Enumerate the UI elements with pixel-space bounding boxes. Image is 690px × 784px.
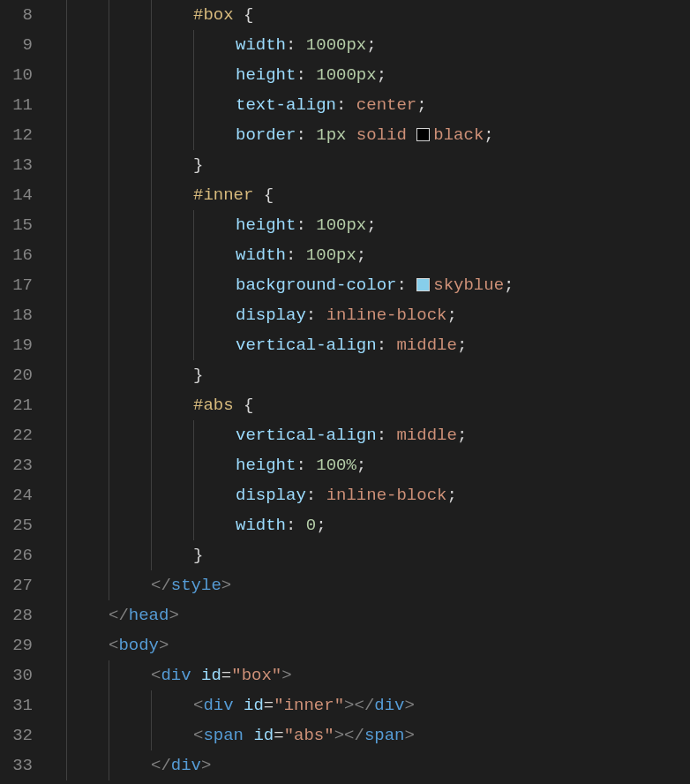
code-content[interactable]: #box {	[66, 0, 690, 30]
indent-guide	[109, 30, 119, 60]
code-line[interactable]: 18display: inline-block;	[0, 300, 690, 330]
code-content[interactable]: </style>	[66, 570, 690, 600]
indent-guide	[66, 390, 77, 420]
token: </	[151, 576, 171, 595]
indent-guide	[193, 330, 204, 360]
indent-guide	[193, 30, 204, 60]
code-content[interactable]: </head>	[66, 600, 690, 630]
color-swatch[interactable]	[416, 278, 430, 291]
token: inline-block	[326, 305, 447, 325]
code-line[interactable]: 31<div id="inner"></div>	[0, 690, 690, 720]
indent-guide	[193, 480, 204, 510]
indent-guide	[109, 360, 119, 390]
code-content[interactable]: width: 0;	[66, 510, 690, 540]
code-editor[interactable]: 8#box {9width: 1000px;10height: 1000px;1…	[0, 0, 690, 784]
code-line[interactable]: 20}	[0, 360, 690, 390]
code-content[interactable]: height: 1000px;	[66, 60, 690, 90]
token: height	[236, 65, 296, 85]
code-line[interactable]: 26}	[0, 540, 690, 570]
indent-guide	[66, 330, 77, 360]
code-content[interactable]: height: 100px;	[66, 210, 690, 240]
indent-guide	[66, 450, 77, 480]
code-content[interactable]: <div id="box">	[66, 660, 690, 690]
code-content[interactable]: display: inline-block;	[66, 300, 690, 330]
token: </	[109, 606, 129, 625]
indent-guide	[109, 300, 119, 330]
indent-guide	[193, 450, 204, 480]
code-content[interactable]: }	[66, 150, 690, 180]
code-content[interactable]: vertical-align: middle;	[66, 330, 690, 360]
code-line[interactable]: 28</head>	[0, 600, 690, 630]
code-line[interactable]: 22vertical-align: middle;	[0, 420, 690, 450]
indent-guide	[66, 60, 77, 90]
code-content[interactable]: }	[66, 360, 690, 390]
token	[191, 666, 201, 685]
indent-guide	[66, 30, 77, 60]
indent-guide	[109, 750, 119, 780]
code-content[interactable]: <div id="inner"></div>	[66, 690, 690, 720]
indent-guide	[66, 510, 77, 540]
code-content[interactable]: #abs {	[66, 390, 690, 420]
code-content[interactable]: </div>	[66, 750, 690, 780]
code-line[interactable]: 17background-color: skyblue;	[0, 270, 690, 300]
token: {	[234, 396, 254, 415]
token: style	[171, 576, 221, 595]
code-line[interactable]: 21#abs {	[0, 390, 690, 420]
indent-guide	[109, 720, 119, 750]
indent-guide	[66, 720, 77, 750]
indent-guide	[66, 90, 77, 120]
code-line[interactable]: 30<div id="box">	[0, 660, 690, 690]
code-line[interactable]: 9width: 1000px;	[0, 30, 690, 60]
token: =	[264, 696, 274, 715]
code-content[interactable]: text-align: center;	[66, 90, 690, 120]
code-line[interactable]: 10height: 1000px;	[0, 60, 690, 90]
indent-guide	[151, 360, 161, 390]
indent-guide	[193, 90, 204, 120]
indent-guide	[66, 0, 77, 30]
code-content[interactable]: vertical-align: middle;	[66, 420, 690, 450]
code-content[interactable]: <span id="abs"></span>	[66, 720, 690, 750]
code-line[interactable]: 11text-align: center;	[0, 90, 690, 120]
indent-guide	[151, 210, 161, 240]
token: <	[193, 696, 203, 715]
indent-guide	[109, 480, 119, 510]
code-content[interactable]: width: 1000px;	[66, 30, 690, 60]
token: span	[364, 726, 405, 745]
indent-guide	[66, 570, 77, 600]
code-content[interactable]: display: inline-block;	[66, 480, 690, 510]
code-line[interactable]: 14#inner {	[0, 180, 690, 210]
code-line[interactable]: 15height: 100px;	[0, 210, 690, 240]
line-number: 22	[0, 426, 49, 445]
code-line[interactable]: 24display: inline-block;	[0, 480, 690, 510]
code-line[interactable]: 33</div>	[0, 750, 690, 780]
code-line[interactable]: 12border: 1px solid black;	[0, 120, 690, 150]
line-number: 33	[0, 756, 49, 775]
code-line[interactable]: 13}	[0, 150, 690, 180]
token: 1000px	[316, 65, 376, 85]
code-content[interactable]: <body>	[66, 630, 690, 660]
indent-guide	[151, 120, 161, 150]
code-content[interactable]: }	[66, 540, 690, 570]
code-content[interactable]: #inner {	[66, 180, 690, 210]
color-swatch[interactable]	[416, 128, 430, 141]
code-line[interactable]: 27</style>	[0, 570, 690, 600]
code-line[interactable]: 23height: 100%;	[0, 450, 690, 480]
token: head	[129, 606, 169, 625]
code-line[interactable]: 8#box {	[0, 0, 690, 30]
token: =	[221, 666, 231, 685]
code-content[interactable]: width: 100px;	[66, 240, 690, 270]
code-line[interactable]: 16width: 100px;	[0, 240, 690, 270]
code-line[interactable]: 25width: 0;	[0, 510, 690, 540]
code-line[interactable]: 32<span id="abs"></span>	[0, 720, 690, 750]
code-content[interactable]: border: 1px solid black;	[66, 120, 690, 150]
token: solid	[356, 125, 407, 145]
code-line[interactable]: 19vertical-align: middle;	[0, 330, 690, 360]
line-number: 17	[0, 275, 49, 295]
indent-guide	[151, 690, 161, 720]
code-content[interactable]: height: 100%;	[66, 450, 690, 480]
token: text-align	[236, 95, 336, 115]
token: 100px	[316, 215, 366, 235]
token: >	[405, 696, 415, 715]
code-content[interactable]: background-color: skyblue;	[66, 270, 690, 300]
code-line[interactable]: 29<body>	[0, 630, 690, 660]
